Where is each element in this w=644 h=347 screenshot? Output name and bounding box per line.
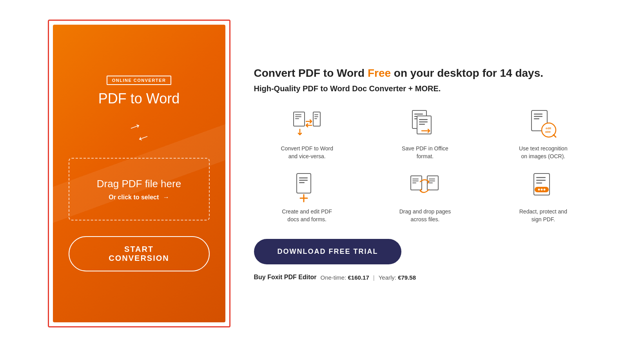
svg-text:able: able [545,130,551,133]
svg-rect-41 [536,183,542,184]
dropzone-title: Drag PDF file here [97,178,181,190]
panel-title: PDF to Word [98,90,180,107]
redact-feature-icon [528,172,559,203]
feature-label-convert: Convert PDF to Word and vice-versa. [279,145,334,160]
svg-line-23 [553,135,556,137]
svg-rect-3 [295,118,299,119]
feature-edit-pdf: Create and edit PDF docs and forms. [254,172,360,223]
pricing-divider: | [373,274,375,281]
edit-pdf-feature-icon [291,172,323,203]
svg-rect-31 [412,179,419,179]
right-panel: Convert PDF to Word Free on your desktop… [254,58,597,289]
ocr-feature-icon: edit able [528,109,559,140]
svg-rect-27 [299,182,305,183]
svg-rect-33 [412,183,416,183]
online-converter-badge: ONLINE CONVERTER [107,76,172,85]
feature-convert-pdf-word: Convert PDF to Word and vice-versa. [254,109,360,160]
pricing-row: Buy Foxit PDF Editor One-time: €160.17 |… [254,274,597,281]
feature-label-office: Save PDF in Office format. [397,145,452,160]
svg-rect-37 [429,183,433,183]
svg-rect-32 [412,181,419,181]
pricing-onetime: One-time: €160.17 [321,274,369,281]
feature-drag-drop: Drag and drop pages across files. [372,172,478,223]
svg-rect-15 [419,124,425,125]
svg-rect-5 [314,114,318,115]
svg-point-45 [543,189,545,191]
start-conversion-button[interactable]: START CONVERSION [69,236,210,271]
page-wrapper: ONLINE CONVERTER PDF to Word → → Drag PD… [48,20,597,327]
svg-rect-36 [429,181,435,181]
svg-point-43 [538,189,540,191]
svg-rect-24 [297,174,311,193]
feature-ocr: edit able Use text recognition on images… [490,109,596,160]
pricing-product-label: Buy Foxit PDF Editor [254,274,317,281]
feature-save-office: Save PDF in Office format. [372,109,478,160]
svg-rect-25 [299,177,308,179]
left-panel: ONLINE CONVERTER PDF to Word → → Drag PD… [53,25,225,322]
svg-rect-6 [314,116,318,117]
main-headline: Convert PDF to Word Free on your desktop… [254,66,597,80]
feature-label-redact: Redact, protect and sign PDF. [516,208,571,223]
feature-label-ocr: Use text recognition on images (OCR). [516,145,571,160]
arrow-left-icon: → [134,129,153,148]
conversion-arrows-icon: → → [123,119,155,146]
dropzone-arrow-icon: → [163,194,169,201]
pricing-yearly: Yearly: €79.58 [379,274,416,281]
svg-rect-9 [414,114,423,115]
svg-rect-35 [429,179,435,179]
svg-text:edit: edit [546,127,551,130]
drop-zone[interactable]: Drag PDF file here Or click to select → [69,158,210,220]
subtitle: High-Quality PDF to Word Doc Converter +… [254,84,597,93]
svg-rect-2 [295,116,301,117]
svg-rect-26 [299,180,308,181]
download-free-trial-button[interactable]: DOWNLOAD FREE TRIAL [254,239,402,264]
dropzone-subtitle: Or click to select → [109,194,169,201]
feature-redact: Redact, protect and sign PDF. [490,172,596,223]
svg-rect-0 [294,112,305,126]
left-panel-border: ONLINE CONVERTER PDF to Word → → Drag PD… [48,20,230,327]
svg-rect-7 [314,118,317,119]
svg-rect-17 [534,114,542,115]
svg-rect-40 [536,180,546,181]
features-grid: Convert PDF to Word and vice-versa. [254,109,597,223]
feature-label-drag: Drag and drop pages across files. [397,208,452,223]
svg-rect-1 [295,114,301,115]
drag-pages-feature-icon [409,172,441,203]
svg-rect-13 [419,119,428,120]
svg-rect-18 [534,116,542,117]
svg-rect-19 [534,118,539,119]
svg-rect-39 [536,177,546,178]
feature-label-edit: Create and edit PDF docs and forms. [279,208,334,223]
save-office-icon [409,109,441,140]
svg-point-44 [541,189,542,191]
svg-rect-14 [419,121,428,123]
convert-pdf-word-icon [291,109,323,140]
